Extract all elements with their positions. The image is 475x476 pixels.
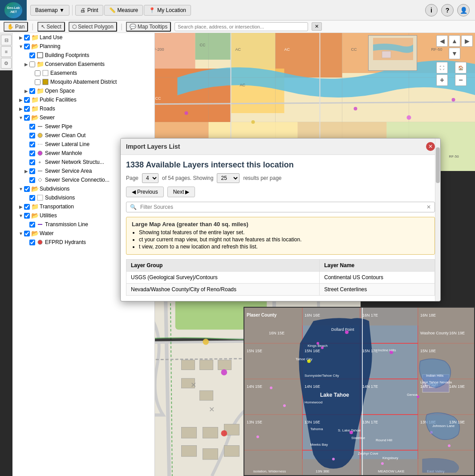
- logo-icon: Geo-Lab.NET: [4, 2, 22, 18]
- checkbox-sewer-lateral-line[interactable]: [29, 142, 35, 147]
- select-button[interactable]: ↖ Select: [37, 22, 65, 32]
- checkbox-sewer-pipe[interactable]: [29, 124, 35, 130]
- map-tooltips-button[interactable]: 💬 Map Tooltips: [126, 22, 171, 32]
- icon-efprd-hydrants: [37, 239, 44, 246]
- checkbox-easements[interactable]: [35, 70, 41, 76]
- checkbox-open-space[interactable]: [29, 88, 35, 94]
- expand-roads[interactable]: ▶: [18, 106, 24, 112]
- expand-transportation[interactable]: ▶: [18, 203, 24, 210]
- table-row[interactable]: Nevada/Washoe County/City of Reno/Roads …: [126, 284, 435, 296]
- my-location-button[interactable]: 📍 My Location: [144, 5, 191, 16]
- layer-item-sewer[interactable]: ▼ 📂 Sewer: [12, 113, 154, 122]
- next-button[interactable]: Next ▶: [167, 187, 195, 197]
- label-sewer-pipe: Sewer Pipe: [45, 123, 72, 130]
- checkbox-sewer[interactable]: [24, 115, 30, 121]
- expand-subdivisions[interactable]: ▼: [18, 186, 24, 192]
- checkbox-land-use[interactable]: [24, 35, 30, 41]
- filter-clear-button[interactable]: ✕: [423, 202, 434, 212]
- collapse-layers-button[interactable]: ⊟: [1, 35, 12, 45]
- import-layers-dialog[interactable]: Import Layers List ✕ 1338 Available Laye…: [120, 138, 441, 301]
- user-button[interactable]: 👤: [457, 4, 470, 16]
- measure-button[interactable]: 📏 Measure: [104, 5, 143, 16]
- checkbox-roads[interactable]: [24, 106, 30, 112]
- pan-right-button[interactable]: ▶: [461, 35, 473, 47]
- expand-utilities[interactable]: ▼: [18, 212, 24, 219]
- layer-item-land-use[interactable]: ▶ 📁 Land Use: [12, 33, 154, 42]
- svg-text:✕: ✕: [209, 405, 215, 413]
- dialog-meta: Page 4 1 2 3 5 of 54 pages. Showing 25 1…: [126, 173, 435, 183]
- svg-point-11: [38, 240, 42, 244]
- select-polygon-button[interactable]: ⬡ Select Polygon: [69, 22, 117, 32]
- layer-item-building-footprints[interactable]: Building Footprints: [12, 51, 154, 60]
- warning-bullet-3: t view, zoom to a new location and refre…: [139, 244, 429, 250]
- checkbox-planning[interactable]: [24, 44, 30, 49]
- pan-down-button[interactable]: ▼: [449, 48, 460, 59]
- legend-button[interactable]: ≡: [1, 46, 12, 57]
- checkbox-building-footprints[interactable]: [29, 53, 35, 58]
- tools-button[interactable]: ⚙: [1, 58, 12, 69]
- layer-item-open-space[interactable]: ▶ 📁 Open Space: [12, 86, 154, 95]
- pan-left-button[interactable]: ◀: [436, 35, 448, 47]
- checkbox-subdivisions[interactable]: [24, 186, 30, 192]
- checkbox-water[interactable]: [24, 231, 30, 236]
- scrollbar-thumb[interactable]: [436, 147, 440, 183]
- checkbox-sewer-manhole[interactable]: [29, 151, 35, 156]
- checkbox-sewer-service-connection[interactable]: [29, 177, 35, 183]
- svg-rect-87: [181, 427, 196, 438]
- expand-sewer-service-area[interactable]: ▶: [23, 168, 29, 174]
- per-page-select[interactable]: 25 10 50 100: [217, 173, 240, 183]
- layer-item-easements[interactable]: Easements: [12, 69, 154, 77]
- label-efprd-hydrants: EFPRD Hydrants: [45, 239, 86, 245]
- layer-item-roads[interactable]: ▶ 📁 Roads: [12, 104, 154, 113]
- label-sewer-service-connection: Sewer Service Connectio...: [45, 177, 110, 183]
- checkbox-public-facilities[interactable]: [24, 97, 30, 103]
- folder-icon-planning: 📂: [31, 43, 38, 50]
- zoom-out-button[interactable]: −: [455, 74, 467, 86]
- filter-input[interactable]: [140, 202, 423, 212]
- previous-button[interactable]: ◀ Previous: [126, 187, 164, 197]
- checkbox-sewer-service-area[interactable]: [29, 168, 35, 174]
- toolbar-right: i ? 👤: [425, 4, 475, 16]
- cell-group-2: Nevada/Washoe County/City of Reno/Roads: [126, 284, 320, 296]
- checkbox-utilities[interactable]: [24, 213, 30, 219]
- info-button[interactable]: i: [425, 4, 438, 16]
- expand-public-facilities[interactable]: ▶: [18, 97, 24, 103]
- pan-button[interactable]: ✋ Pan: [4, 22, 28, 32]
- checkbox-efprd-hydrants[interactable]: [29, 240, 35, 245]
- zoom-full-button[interactable]: ⛶: [436, 62, 448, 73]
- help-button[interactable]: ?: [441, 4, 454, 16]
- zoom-in-button[interactable]: +: [436, 74, 448, 86]
- layer-item-planning[interactable]: ▼ 📂 Planning: [12, 42, 154, 51]
- layer-item-public-facilities[interactable]: ▶ 📁 Public Facilities: [12, 95, 154, 104]
- checkbox-subdivisions-sub[interactable]: [29, 195, 35, 201]
- home-button[interactable]: 🏠: [455, 62, 467, 73]
- folder-icon-roads: 📁: [31, 105, 38, 112]
- svg-text:CC: CC: [200, 43, 206, 47]
- expand-open-space[interactable]: ▶: [23, 88, 29, 94]
- svg-rect-92: [224, 446, 239, 457]
- layer-item-sewer-pipe[interactable]: Sewer Pipe: [12, 122, 154, 131]
- expand-water[interactable]: ▼: [18, 230, 24, 236]
- search-clear-button[interactable]: ✕: [312, 22, 322, 31]
- checkbox-sewer-network-structure[interactable]: [29, 159, 35, 165]
- print-button[interactable]: 🖨 Print: [75, 5, 103, 16]
- layer-item-conservation-easements[interactable]: ▶ 📁 Conservation Easements: [12, 60, 154, 69]
- layer-item-mosquito-abatement[interactable]: Mosquito Abatement District: [12, 77, 154, 86]
- checkbox-mosquito-abatement[interactable]: [35, 79, 41, 85]
- expand-sewer[interactable]: ▼: [18, 114, 24, 121]
- search-input[interactable]: [175, 22, 308, 31]
- svg-point-47: [354, 107, 357, 110]
- table-row[interactable]: USGS (Geological Survey)/Contours Contin…: [126, 272, 435, 284]
- expand-conservation[interactable]: ▶: [23, 61, 29, 67]
- checkbox-sewer-clean-out[interactable]: [29, 133, 35, 138]
- pan-up-button[interactable]: ▲: [449, 35, 460, 47]
- expand-land-use[interactable]: ▶: [18, 34, 24, 41]
- basemap-button[interactable]: Basemap ▼: [30, 5, 69, 16]
- checkbox-transportation[interactable]: [24, 204, 30, 210]
- checkbox-conservation-easements[interactable]: [29, 61, 35, 67]
- checkbox-transmission-line[interactable]: [29, 222, 35, 228]
- expand-planning[interactable]: ▼: [18, 43, 24, 49]
- dialog-close-button[interactable]: ✕: [426, 142, 435, 151]
- dialog-scrollbar[interactable]: [435, 138, 440, 301]
- page-select[interactable]: 4 1 2 3 5: [142, 173, 158, 183]
